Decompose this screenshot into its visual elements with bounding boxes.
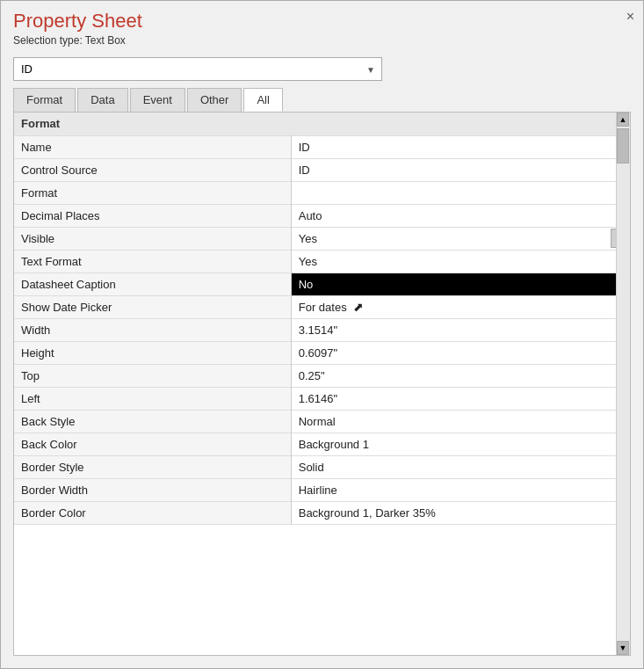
prop-name-datasheet-caption: Datasheet Caption xyxy=(14,273,291,295)
table-row: Height 0.6097" xyxy=(14,341,630,364)
cursor-icon: ⬈ xyxy=(353,300,364,314)
prop-value-border-width[interactable]: Hairline xyxy=(291,478,629,501)
table-row: Back Color Background 1 xyxy=(14,433,630,455)
prop-value-back-style[interactable]: Normal xyxy=(291,410,629,433)
panel-title: Property Sheet xyxy=(13,10,631,33)
table-row: Name ID xyxy=(14,135,630,158)
object-dropdown-wrapper: ID xyxy=(13,57,382,81)
table-row: Width 3.1514" xyxy=(14,318,630,341)
prop-name-show-date-picker: Show Date Picker xyxy=(14,295,291,318)
table-row: Back Style Normal xyxy=(14,410,630,433)
prop-value-left[interactable]: 1.6146" xyxy=(291,387,629,410)
property-sheet-panel: Property Sheet Selection type: Text Box … xyxy=(0,0,644,669)
prop-name-text-format: Text Format xyxy=(14,250,291,273)
prop-name-width: Width xyxy=(14,318,291,341)
table-row: Border Style Solid xyxy=(14,455,630,478)
properties-table-container: Format Name ID Control Source ID Format xyxy=(13,112,631,656)
object-dropdown[interactable]: ID xyxy=(13,57,382,81)
table-row: Top 0.25" xyxy=(14,364,630,387)
scrollbar-track: ▲ ▼ xyxy=(616,113,630,655)
prop-value-datasheet-caption[interactable]: No xyxy=(291,273,629,295)
prop-name-border-color: Border Color xyxy=(14,501,291,524)
prop-value-width[interactable]: 3.1514" xyxy=(291,318,629,341)
prop-value-visible[interactable]: Yes ▼ xyxy=(291,227,629,250)
scrollbar-down-button[interactable]: ▼ xyxy=(617,641,629,655)
prop-name-back-color: Back Color xyxy=(14,433,291,455)
prop-value-show-date-picker: For dates ⬈ xyxy=(291,295,629,318)
prop-name-top: Top xyxy=(14,364,291,387)
tab-event[interactable]: Event xyxy=(130,88,185,112)
table-row: Control Source ID xyxy=(14,158,630,181)
table-row: Text Format Yes xyxy=(14,250,630,273)
prop-value-border-style[interactable]: Solid xyxy=(291,455,629,478)
panel-subtitle: Selection type: Text Box xyxy=(13,34,631,47)
prop-value-decimal-places[interactable]: Auto xyxy=(291,204,629,227)
prop-value-name[interactable]: ID xyxy=(291,135,629,158)
section-label-format: Format xyxy=(14,113,630,135)
prop-value-back-color[interactable]: Background 1 xyxy=(291,433,629,455)
prop-value-control-source[interactable]: ID xyxy=(291,158,629,181)
table-row: Show Date Picker For dates ⬈ xyxy=(14,295,630,318)
close-button[interactable]: × xyxy=(626,10,634,24)
tab-format[interactable]: Format xyxy=(13,88,76,112)
prop-name-height: Height xyxy=(14,341,291,364)
prop-name-decimal-places: Decimal Places xyxy=(14,204,291,227)
tabs-row: Format Data Event Other All xyxy=(1,88,643,112)
tab-data[interactable]: Data xyxy=(77,88,127,112)
prop-value-height[interactable]: 0.6097" xyxy=(291,341,629,364)
prop-name-visible: Visible xyxy=(14,227,291,250)
prop-name-left: Left xyxy=(14,387,291,410)
prop-name-format: Format xyxy=(14,181,291,204)
prop-name-border-style: Border Style xyxy=(14,455,291,478)
table-row: Format xyxy=(14,181,630,204)
prop-value-top[interactable]: 0.25" xyxy=(291,364,629,387)
prop-value-text-format[interactable]: Yes xyxy=(291,250,629,273)
tab-all[interactable]: All xyxy=(243,88,282,112)
prop-name-border-width: Border Width xyxy=(14,478,291,501)
prop-value-format[interactable] xyxy=(291,181,629,204)
prop-name-control-source: Control Source xyxy=(14,158,291,181)
table-row: Border Color Background 1, Darker 35% xyxy=(14,501,630,524)
prop-name-name: Name xyxy=(14,135,291,158)
table-row: Decimal Places Auto xyxy=(14,204,630,227)
properties-table: Format Name ID Control Source ID Format xyxy=(14,113,630,525)
scrollbar-thumb[interactable] xyxy=(617,128,629,164)
table-row-visible: Visible Yes ▼ xyxy=(14,227,630,250)
tab-other[interactable]: Other xyxy=(187,88,242,112)
prop-name-back-style: Back Style xyxy=(14,410,291,433)
object-dropdown-row: ID xyxy=(1,57,643,88)
prop-value-border-color[interactable]: Background 1, Darker 35% xyxy=(291,501,629,524)
table-row-datasheet-caption: Datasheet Caption No xyxy=(14,273,630,295)
section-header-format: Format xyxy=(14,113,630,135)
panel-header: Property Sheet Selection type: Text Box … xyxy=(1,1,643,57)
scrollbar-up-button[interactable]: ▲ xyxy=(617,113,629,127)
table-row: Border Width Hairline xyxy=(14,478,630,501)
table-row: Left 1.6146" xyxy=(14,387,630,410)
